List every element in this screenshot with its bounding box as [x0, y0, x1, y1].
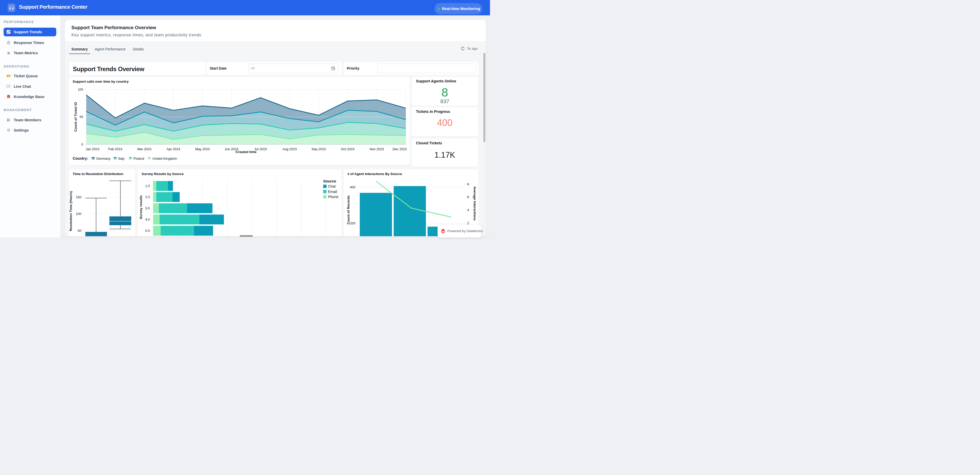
svg-text:4.0: 4.0: [145, 218, 150, 222]
svg-text:Feb 2023: Feb 2023: [108, 147, 122, 151]
svg-text:Phone: Phone: [328, 195, 339, 199]
svg-text:Nov 2023: Nov 2023: [369, 147, 384, 151]
svg-text:100: 100: [76, 212, 81, 216]
svg-text:Apr 2023: Apr 2023: [167, 147, 180, 151]
svg-text:Mar 2023: Mar 2023: [137, 147, 151, 151]
svg-text:Aug 2023: Aug 2023: [282, 147, 297, 151]
svg-text:Italy: Italy: [118, 157, 125, 161]
svg-text:Germany: Germany: [96, 157, 111, 161]
svg-text:5.0: 5.0: [145, 228, 150, 233]
svg-text:Resolution Time (Hours): Resolution Time (Hours): [69, 191, 73, 231]
svg-text:0: 0: [81, 143, 83, 147]
svg-text:May 2023: May 2023: [195, 147, 210, 151]
svg-text:Oct 2023: Oct 2023: [341, 147, 355, 151]
svg-text:Jan 2023: Jan 2023: [86, 147, 99, 151]
svg-text:Survey results: Survey results: [139, 195, 143, 219]
svg-text:Source: Source: [323, 179, 336, 183]
svg-text:Count of Ticket ID: Count of Ticket ID: [73, 102, 77, 132]
svg-text:Chat: Chat: [328, 184, 336, 188]
svg-text:1.0: 1.0: [145, 184, 150, 188]
svg-text:100: 100: [78, 88, 83, 91]
svg-text:8: 8: [467, 182, 469, 186]
svg-text:Poland: Poland: [133, 157, 144, 161]
svg-text:50: 50: [78, 228, 81, 233]
svg-text:400: 400: [350, 185, 355, 189]
svg-text:200: 200: [350, 222, 355, 225]
svg-text:2.0: 2.0: [145, 195, 150, 199]
svg-text:50: 50: [80, 115, 83, 119]
svg-text:Dec 2023: Dec 2023: [393, 147, 407, 151]
svg-text:Count of Records: Count of Records: [346, 195, 350, 224]
svg-text:Sep 2023: Sep 2023: [312, 147, 326, 151]
svg-text:United Kingdom: United Kingdom: [152, 157, 177, 161]
svg-text:Email: Email: [328, 190, 337, 193]
svg-text:6: 6: [467, 195, 469, 199]
svg-text:3.0: 3.0: [145, 206, 150, 210]
svg-text:2: 2: [467, 221, 469, 225]
svg-text:Created time: Created time: [235, 150, 256, 154]
svg-text:150: 150: [76, 195, 81, 199]
svg-text:Country:: Country:: [73, 156, 88, 161]
svg-text:4: 4: [467, 208, 469, 212]
svg-text:Average Interactions: Average Interactions: [473, 186, 476, 220]
